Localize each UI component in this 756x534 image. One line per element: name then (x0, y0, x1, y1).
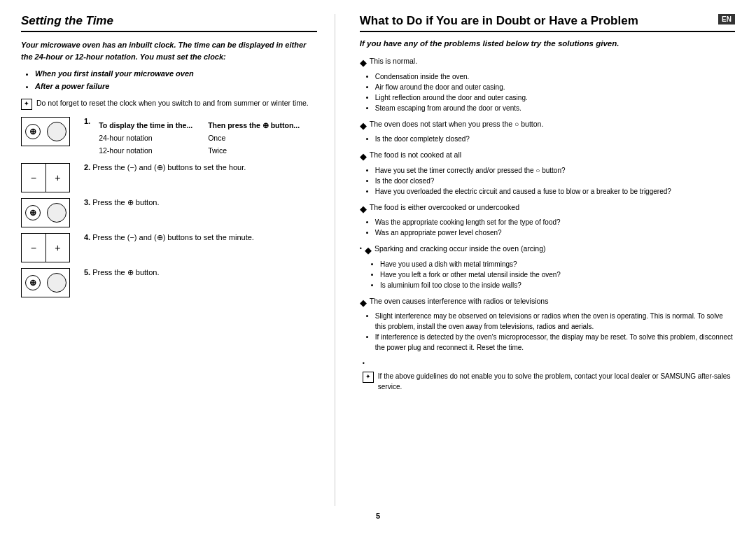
device-box-3: ⊕ (21, 198, 70, 227)
prob1-sub3: Light reflection around the door and out… (375, 92, 735, 103)
problem-6-header: ◆ The oven causes interference with radi… (360, 296, 735, 310)
problem-4-subs: Was the appropriate cooking length set f… (375, 217, 735, 238)
diamond-3: ◆ (360, 150, 367, 164)
step-num-5: 5. (84, 268, 90, 276)
left-section-title: Setting the Time (21, 14, 317, 32)
right-subtitle: If you have any of the problems listed b… (360, 38, 735, 49)
col-header-1: To display the time in the... (99, 121, 192, 129)
prob3-sub1: Have you set the timer correctly and/or … (375, 165, 735, 176)
problem-1: ◆ This is normal. Condensation inside th… (360, 56, 735, 113)
minus-plus-box-1: − + (21, 163, 70, 192)
problem-2-subs: Is the door completely closed? (375, 134, 735, 144)
problem-4: ◆ The food is either overcooked or under… (360, 202, 735, 239)
diamond-6: ◆ (360, 296, 367, 310)
step-num-4: 4. (84, 233, 90, 241)
minus-side-2: − (22, 234, 46, 262)
step-3-device: ⊕ (21, 198, 76, 227)
plus-button-1: ⊕ (25, 124, 41, 139)
problem-5: • ◆ Sparking and cracking occur inside t… (360, 244, 735, 290)
step-3-text: 3. Press the ⊕ button. (84, 198, 317, 207)
note-text: Do not forget to reset the clock when yo… (36, 98, 309, 109)
right-note: ✦ If the above guidelines do not enable … (363, 371, 735, 392)
prob6-sub1: Slight interference may be observed on t… (375, 311, 735, 332)
plus-side-1: + (46, 164, 70, 192)
prob3-sub2: Is the door closed? (375, 176, 735, 186)
step-4-text: 4. Press the (−) and (⊕) buttons to set … (84, 233, 317, 242)
step-num-3: 3. (84, 198, 90, 206)
bullet-item-2: After a power failure (35, 80, 317, 93)
prob1-sub4: Steam escaping from around the door or v… (375, 103, 735, 113)
problem-1-subs: Condensation inside the oven. Air flow a… (375, 71, 735, 113)
step-2-label: Press the (−) and (⊕) buttons to set the… (92, 163, 246, 171)
step-5-device: ⊕ (21, 268, 76, 297)
problem-5-header: ◆ Sparking and cracking occur inside the… (365, 244, 561, 258)
row1-label: 24-hour notation (99, 133, 206, 144)
dial-circle-1 (47, 122, 66, 141)
step-num-2: 2. (84, 163, 90, 171)
left-intro: Your microwave oven has an inbuilt clock… (21, 39, 317, 62)
dial-circle-3 (47, 203, 66, 223)
minus-plus-box-2: − + (21, 233, 70, 262)
prob4-sub2: Was an appropriate power level chosen? (375, 227, 735, 238)
left-bullets: When you first install your microwave ov… (35, 68, 317, 92)
bullet-item-1: When you first install your microwave ov… (35, 68, 317, 80)
row1-val: Once (208, 133, 314, 144)
right-note-text: If the above guidelines do not enable yo… (378, 371, 735, 392)
problem-3: ◆ The food is not cooked at all Have you… (360, 150, 735, 197)
step-4-label: Press the (−) and (⊕) buttons to set the… (92, 233, 254, 241)
problem-2: ◆ The oven does not start when you press… (360, 119, 735, 145)
problem-5-subs: Have you used a dish with metal trimming… (380, 259, 561, 290)
row2-val: Twice (208, 146, 314, 157)
problem-1-header: ◆ This is normal. (360, 56, 735, 70)
dial-circle-5 (47, 273, 66, 293)
step-1-table: To display the time in the... Then press… (97, 119, 315, 157)
prob2-sub1: Is the door completely closed? (375, 134, 735, 144)
device-box-1: ⊕ (21, 117, 70, 146)
step-3: ⊕ 3. Press the ⊕ button. (21, 198, 317, 227)
step-1-text: 1. To display the time in the... Then pr… (84, 117, 317, 157)
left-note: ✦ Do not forget to reset the clock when … (21, 98, 317, 110)
prob5-sub3: Is aluminium foil too close to the insid… (380, 280, 561, 290)
bullet-dot: • (360, 245, 362, 252)
step-4: − + 4. Press the (−) and (⊕) buttons to … (21, 233, 317, 262)
step-5-label: Press the ⊕ button. (92, 268, 159, 276)
col-header-2: Then press the ⊕ button... (208, 121, 300, 129)
step-5-text: 5. Press the ⊕ button. (84, 268, 317, 277)
step-2-text: 2. Press the (−) and (⊕) buttons to set … (84, 163, 317, 172)
right-note-icon: ✦ (363, 372, 374, 383)
step-1: ⊕ 1. To display the time in the... Then … (21, 117, 317, 157)
prob6-sub2: If interference is detected by the oven’… (375, 332, 735, 353)
minus-side-1: − (22, 164, 46, 192)
en-badge: EN (718, 14, 735, 24)
prob5-sub1: Have you used a dish with metal trimming… (380, 259, 561, 269)
diamond-4: ◆ (360, 202, 367, 216)
problem-3-subs: Have you set the timer correctly and/or … (375, 165, 735, 197)
empty-bullet-row: • (363, 358, 735, 367)
problem-6: ◆ The oven causes interference with radi… (360, 296, 735, 353)
step-1-device: ⊕ (21, 117, 76, 146)
problem-4-header: ◆ The food is either overcooked or under… (360, 202, 735, 216)
prob1-sub2: Air flow around the door and outer casin… (375, 82, 735, 92)
page-number: 5 (21, 512, 735, 520)
prob4-sub1: Was the appropriate cooking length set f… (375, 217, 735, 227)
left-column: Setting the Time Your microwave oven has… (21, 14, 335, 506)
prob3-sub3: Have you overloaded the electric circuit… (375, 186, 735, 197)
right-column: EN What to Do if You are in Doubt or Hav… (356, 14, 735, 506)
prob1-sub1: Condensation inside the oven. (375, 71, 735, 82)
diamond-1: ◆ (360, 56, 367, 70)
page: Setting the Time Your microwave oven has… (0, 0, 756, 534)
prob5-sub2: Have you left a fork or other metal uten… (380, 269, 561, 280)
device-box-5: ⊕ (21, 268, 70, 297)
row2-label: 12-hour notation (99, 146, 206, 157)
problem-2-header: ◆ The oven does not start when you press… (360, 119, 735, 133)
step-5: ⊕ 5. Press the ⊕ button. (21, 268, 317, 297)
note-icon: ✦ (21, 99, 32, 110)
plus-button-3: ⊕ (25, 205, 41, 220)
step-2-device: − + (21, 163, 76, 192)
step-2: − + 2. Press the (−) and (⊕) buttons to … (21, 163, 317, 192)
step-3-label: Press the ⊕ button. (92, 198, 159, 206)
plus-button-5: ⊕ (25, 275, 41, 290)
right-section-title: What to Do if You are in Doubt or Have a… (360, 14, 735, 32)
problem-6-subs: Slight interference may be observed on t… (375, 311, 735, 353)
plus-side-2: + (46, 234, 70, 262)
